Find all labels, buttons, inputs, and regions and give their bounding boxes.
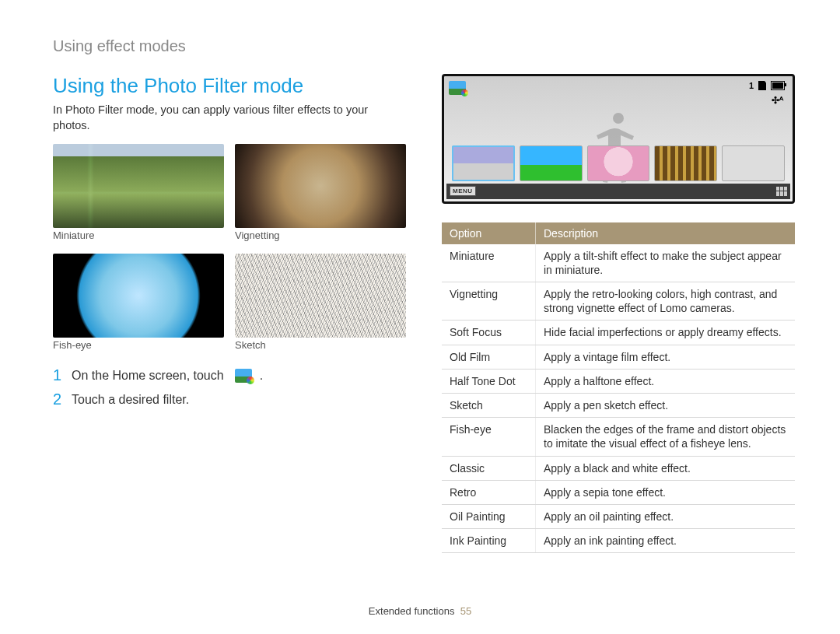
table-row: SketchApply a pen sketch effect. bbox=[442, 393, 795, 417]
sample-image-miniature bbox=[53, 144, 224, 228]
sd-card-icon bbox=[758, 81, 766, 90]
table-row: MiniatureApply a tilt-shift effect to ma… bbox=[442, 244, 795, 282]
steps-list: 1 On the Home screen, touch . 2 Touch a … bbox=[53, 366, 406, 408]
filter-thumb-3[interactable] bbox=[587, 145, 650, 181]
camera-mode-icon bbox=[449, 81, 466, 95]
table-row: Half Tone DotApply a halftone effect. bbox=[442, 369, 795, 393]
sample-label-sketch: Sketch bbox=[235, 339, 406, 351]
table-row: Oil PaintingApply an oil painting effect… bbox=[442, 504, 795, 528]
sample-image-sketch bbox=[235, 254, 406, 338]
step-2-number: 2 bbox=[53, 391, 64, 408]
page-footer: Extended functions 55 bbox=[0, 605, 840, 617]
step-2: 2 Touch a desired filter. bbox=[53, 391, 406, 408]
step-1-text-b: . bbox=[260, 369, 263, 383]
breadcrumb: Using effect modes bbox=[53, 37, 795, 55]
table-row: ClassicApply a black and white effect. bbox=[442, 456, 795, 480]
table-row: Ink PaintingApply an ink painting effect… bbox=[442, 529, 795, 553]
section-title: Using the Photo Filter mode bbox=[53, 74, 406, 98]
step-1: 1 On the Home screen, touch . bbox=[53, 366, 406, 384]
options-table: Option Description MiniatureApply a tilt… bbox=[442, 222, 795, 554]
table-row: Fish-eyeBlacken the edges of the frame a… bbox=[442, 418, 795, 456]
options-table-body: MiniatureApply a tilt-shift effect to ma… bbox=[442, 244, 795, 553]
camera-shot-count: 1 bbox=[749, 81, 754, 90]
filter-thumb-1[interactable] bbox=[452, 145, 515, 181]
left-column: Using the Photo Filter mode In Photo Fil… bbox=[53, 74, 406, 553]
sample-image-fisheye bbox=[53, 254, 224, 338]
thumbnail-view-icon[interactable] bbox=[776, 187, 787, 196]
filter-thumb-4[interactable] bbox=[654, 145, 717, 181]
intro-text: In Photo Filter mode, you can apply vari… bbox=[53, 103, 406, 133]
sample-image-vignetting bbox=[235, 144, 406, 228]
sample-label-miniature: Miniature bbox=[53, 229, 224, 241]
photo-filter-icon bbox=[235, 369, 252, 383]
step-1-text-a: On the Home screen, touch bbox=[72, 369, 224, 383]
sample-label-fisheye: Fish-eye bbox=[53, 339, 224, 351]
right-column: 1 ✣ᴬ MENU bbox=[442, 74, 795, 553]
filter-thumbnail-strip bbox=[452, 145, 785, 181]
table-row: Soft FocusHide facial imperfections or a… bbox=[442, 321, 795, 345]
camera-bottom-bar: MENU bbox=[446, 184, 790, 199]
table-row: RetroApply a sepia tone effect. bbox=[442, 480, 795, 504]
sample-grid: Miniature Vignetting Fish-eye Sketch bbox=[53, 144, 406, 359]
filter-thumb-5[interactable] bbox=[722, 145, 785, 181]
flash-indicator-icon: ✣ᴬ bbox=[772, 95, 783, 106]
table-header-option: Option bbox=[442, 222, 536, 244]
filter-thumb-2[interactable] bbox=[520, 145, 583, 181]
camera-display: 1 ✣ᴬ MENU bbox=[442, 74, 795, 204]
footer-section: Extended functions bbox=[369, 605, 455, 617]
table-row: VignettingApply the retro-looking colors… bbox=[442, 282, 795, 321]
step-1-number: 1 bbox=[53, 366, 64, 384]
battery-icon bbox=[771, 81, 785, 90]
table-row: Old FilmApply a vintage film effect. bbox=[442, 345, 795, 369]
menu-button[interactable]: MENU bbox=[450, 186, 476, 196]
camera-status-bar: 1 bbox=[749, 81, 785, 90]
sample-label-vignetting: Vignetting bbox=[235, 229, 406, 241]
table-header-description: Description bbox=[536, 222, 796, 244]
step-2-text: Touch a desired filter. bbox=[72, 393, 189, 407]
footer-page-number: 55 bbox=[460, 605, 471, 617]
